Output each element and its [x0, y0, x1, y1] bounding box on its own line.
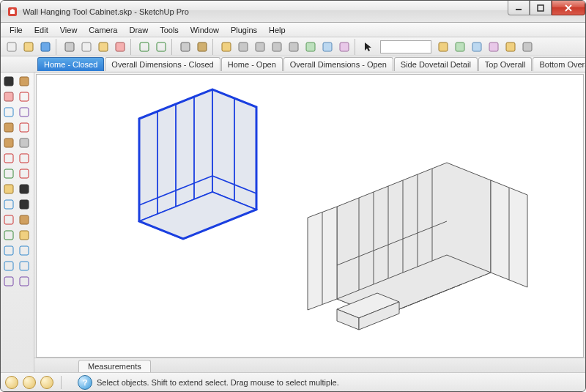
menu-tools[interactable]: Tools: [154, 24, 185, 36]
titlebar[interactable]: Wall Hanging Tool Cabinet.skp - SketchUp…: [1, 1, 585, 23]
credit-icon[interactable]: [23, 376, 36, 389]
layer-icon-4[interactable]: [269, 39, 285, 55]
svg-rect-19: [306, 42, 315, 51]
layer-icon-2[interactable]: [235, 39, 251, 55]
svg-rect-35: [20, 123, 29, 132]
svg-rect-22: [439, 42, 448, 51]
comp5-icon[interactable]: [519, 39, 535, 55]
menu-camera[interactable]: Camera: [83, 24, 123, 36]
comp2-icon[interactable]: [469, 39, 485, 55]
open-cabinet-model[interactable]: [308, 163, 527, 330]
model-info-icon[interactable]: [194, 39, 210, 55]
credit-icon[interactable]: [5, 376, 18, 389]
protractor-tool-icon[interactable]: [1, 197, 16, 212]
tape2-icon[interactable]: [452, 39, 468, 55]
maximize-button[interactable]: [530, 1, 552, 15]
scene-tab[interactable]: Home - Closed: [37, 57, 104, 71]
axes-tool-icon[interactable]: [1, 212, 16, 227]
print-icon[interactable]: [177, 39, 193, 55]
measurements-tab[interactable]: Measurements: [78, 360, 151, 372]
menu-draw[interactable]: Draw: [123, 24, 154, 36]
scene-tab[interactable]: Side Dovetail Detail: [394, 57, 478, 71]
circle-tool-icon[interactable]: [17, 120, 31, 135]
line-tool-icon[interactable]: [17, 89, 31, 104]
scene-tab[interactable]: Top Overall: [478, 57, 533, 71]
pan-tool-icon[interactable]: [17, 228, 31, 243]
previous-tool-icon[interactable]: [17, 259, 31, 273]
eraser-tool-icon[interactable]: [1, 89, 16, 104]
layer-icon-8[interactable]: [336, 39, 352, 55]
polygon-tool-icon[interactable]: [1, 136, 16, 150]
menu-window[interactable]: Window: [185, 24, 225, 36]
scene-tab[interactable]: Bottom Overall: [533, 57, 585, 71]
svg-rect-15: [239, 42, 248, 51]
erase-icon[interactable]: [112, 39, 128, 55]
model-canvas[interactable]: [37, 75, 584, 346]
help-icon[interactable]: ?: [78, 375, 92, 390]
menu-edit[interactable]: Edit: [29, 24, 54, 36]
cut-icon[interactable]: [62, 39, 78, 55]
paint-tool-icon[interactable]: [17, 212, 31, 227]
tape-tool-icon[interactable]: [1, 182, 16, 196]
orbit-tool-icon[interactable]: [1, 228, 16, 243]
menu-plugins[interactable]: Plugins: [225, 24, 263, 36]
window-buttons: [508, 1, 585, 15]
menu-file[interactable]: File: [4, 24, 29, 36]
dimension-tool-icon[interactable]: [17, 182, 31, 196]
walk-tool-icon[interactable]: [17, 274, 31, 289]
svg-rect-3: [7, 42, 16, 51]
scene-tab[interactable]: Overall Dimensions - Open: [283, 57, 393, 71]
layer-icon-6[interactable]: [303, 39, 319, 55]
closed-cabinet-model[interactable]: [139, 89, 256, 239]
undo-icon[interactable]: [136, 39, 152, 55]
arc-tool-icon[interactable]: [1, 105, 16, 119]
redo-icon[interactable]: [153, 39, 169, 55]
svg-rect-16: [256, 42, 264, 51]
layer-icon-3[interactable]: [252, 39, 268, 55]
freehand-tool-icon[interactable]: [17, 105, 31, 119]
component-tool-icon[interactable]: [17, 74, 31, 89]
select-tool-icon[interactable]: [1, 74, 16, 89]
position-camera-icon[interactable]: [1, 274, 16, 289]
svg-rect-49: [20, 231, 29, 240]
section-icon[interactable]: [435, 39, 451, 55]
credit-icon[interactable]: [40, 376, 53, 389]
app-icon: [7, 6, 18, 18]
zoom-tool-icon[interactable]: [1, 243, 16, 258]
offset-tool-icon[interactable]: [17, 166, 31, 181]
layer-dropdown[interactable]: [380, 40, 431, 53]
viewport[interactable]: [36, 74, 584, 358]
minimize-button[interactable]: [508, 1, 530, 15]
move-tool-icon[interactable]: [1, 151, 16, 166]
new-file-icon[interactable]: [4, 39, 20, 55]
open-file-icon[interactable]: [21, 39, 37, 55]
paste-icon[interactable]: [95, 39, 111, 55]
scene-tab[interactable]: Overall Dimensions - Closed: [105, 57, 220, 71]
zoom-extents-tool-icon[interactable]: [1, 259, 16, 273]
layer-icon-5[interactable]: [286, 39, 302, 55]
svg-rect-18: [289, 42, 298, 51]
close-button[interactable]: [552, 1, 585, 15]
zoom-window-tool-icon[interactable]: [17, 243, 31, 258]
save-file-icon[interactable]: [37, 39, 53, 55]
scene-tab[interactable]: Home - Open: [221, 57, 283, 71]
svg-rect-44: [4, 200, 13, 209]
rotate-tool-icon[interactable]: [17, 151, 31, 166]
svg-rect-41: [20, 169, 29, 178]
comp3-icon[interactable]: [486, 39, 502, 55]
pushpull-tool-icon[interactable]: [17, 136, 31, 150]
rectangle-tool-icon[interactable]: [1, 120, 16, 135]
text-tool-icon[interactable]: [17, 197, 31, 212]
layer-icon-1[interactable]: [218, 39, 234, 55]
svg-rect-37: [20, 138, 29, 147]
svg-rect-13: [198, 42, 207, 51]
select-cursor-icon[interactable]: [360, 39, 377, 55]
svg-rect-6: [65, 42, 74, 51]
comp4-icon[interactable]: [502, 39, 519, 55]
layer-icon-7[interactable]: [319, 39, 335, 55]
menu-view[interactable]: View: [54, 24, 84, 36]
scale-tool-icon[interactable]: [1, 166, 16, 181]
copy-icon[interactable]: [78, 39, 94, 55]
menu-help[interactable]: Help: [263, 24, 292, 36]
svg-rect-45: [20, 200, 29, 209]
